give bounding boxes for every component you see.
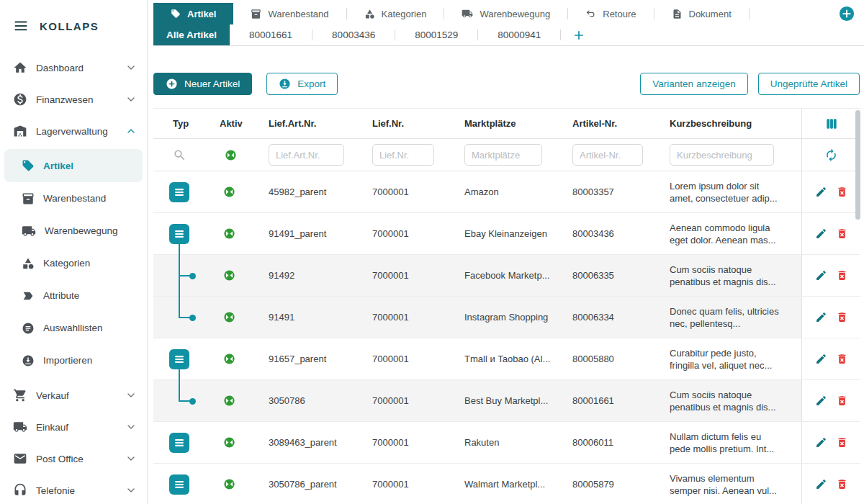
sidebar-item-telefonie[interactable]: Telefonie [0,474,147,504]
column-settings-icon[interactable] [824,117,839,131]
refresh-icon[interactable] [824,148,838,162]
sidebar-item-finanzwesen[interactable]: Finanzwesen [0,84,147,115]
sidebar-item-kategorien[interactable]: Kategorien [0,247,147,279]
edit-icon[interactable] [815,269,827,282]
sidebar-item-warenbestand[interactable]: Warenbestand [0,182,147,215]
sidebar-item-einkauf[interactable]: Einkauf [0,411,147,443]
unverified-articles-button[interactable]: Ungeprüfte Artikel [758,73,860,95]
subtab-alle-artikel[interactable]: Alle Artikel [153,24,230,45]
column-header-lief-nr[interactable]: Lief.Nr. [359,118,451,129]
export-button[interactable]: Export [266,73,338,95]
delete-icon[interactable] [836,436,848,449]
tab-warenbestand[interactable]: Warenbestand [233,3,346,24]
filter-input-kurzbeschreibung[interactable] [670,144,774,166]
cell-kurzbeschreibung: Donec quam felis, ultricies nec, pellent… [670,305,783,330]
delete-icon[interactable] [836,395,848,407]
delete-icon[interactable] [836,228,848,240]
tab-artikel[interactable]: Artikel [153,3,233,24]
sidebar: KOLLAPS Dashboard Finanzwesen Lagerverwa… [0,0,148,504]
subtab-label: Alle Artikel [166,30,217,40]
column-header-lief-art-nr[interactable]: Lief.Art.Nr. [256,118,359,129]
tab-kategorien[interactable]: Kategorien [347,3,444,24]
edit-icon[interactable] [815,478,827,490]
table-row[interactable]: 3089463_parent 7000001 Rakuten 80006011 … [153,422,860,464]
filter-input-lief-nr[interactable] [372,144,434,166]
sidebar-item-post-office[interactable]: Post Office [0,443,147,474]
table-row-child[interactable]: 3050786 7000001 Best Buy Marketpl... 800… [153,380,860,422]
sidebar-item-verkauf[interactable]: Verkauf [0,379,147,411]
main-tab-bar: Artikel Warenbestand Kategorien Warenbew… [153,3,750,24]
cell-kurzbeschreibung: Nullam dictum felis eu pede mollis preti… [670,431,783,455]
edit-icon[interactable] [815,353,827,365]
table-row[interactable]: 45982_parent 7000001 Amazon 80003357 Lor… [153,171,860,213]
filter-input-artikel-nr[interactable] [572,144,643,166]
tab-warenbewegung[interactable]: Warenbewegung [444,3,567,24]
expand-variants-button[interactable] [169,474,189,495]
sidebar-item-dashboard[interactable]: Dashboard [0,52,147,84]
sidebar-item-artikel[interactable]: Artikel [4,149,143,182]
active-toggle-icon[interactable] [225,149,237,161]
edit-icon[interactable] [815,311,827,323]
filter-actions [801,139,860,171]
edit-icon[interactable] [815,186,827,198]
sidebar-item-label: Kategorien [43,258,137,269]
table-filter-row [153,139,860,171]
add-tab-button[interactable] [839,6,855,22]
sidebar-item-attribute[interactable]: Attribute [0,279,147,312]
subtab-article-2[interactable]: 80003436 [312,24,395,45]
delete-icon[interactable] [836,478,848,490]
sidebar-item-warenbewegung[interactable]: Warenbewegung [0,215,147,247]
sidebar-item-label: Importieren [43,355,137,366]
column-header-typ[interactable]: Typ [153,118,205,129]
subtab-article-3[interactable]: 80001529 [395,24,477,45]
subtab-article-4[interactable]: 80000941 [478,24,560,45]
search-icon[interactable] [173,148,186,162]
table-row[interactable]: 91491_parent 7000001 Ebay Kleinanzeigen … [153,213,860,255]
cell-kurzbeschreibung: Cum sociis natoque penatibus et magnis d… [670,389,783,413]
tab-label: Retoure [603,9,636,19]
scrollbar-thumb[interactable] [855,110,860,220]
subtab-label: 80001529 [415,30,458,40]
edit-icon[interactable] [815,436,827,449]
table-row-child[interactable]: 91491 7000001 Instagram Shopping 8000633… [153,297,860,338]
tab-retoure[interactable]: Retoure [568,3,653,24]
edit-icon[interactable] [815,395,827,407]
delete-icon[interactable] [836,186,848,198]
filter-input-lief-art-nr[interactable] [269,144,344,166]
expand-variants-button[interactable] [169,182,189,202]
export-download-icon [279,78,291,90]
sidebar-item-importieren[interactable]: Importieren [0,344,147,377]
tab-dokument[interactable]: Dokument [654,3,749,24]
filter-typ [153,148,205,161]
sidebar-item-auswahllisten[interactable]: Auswahllisten [0,312,147,344]
tree-connector-line [179,369,180,402]
list-icon [171,184,187,200]
edit-icon[interactable] [815,228,827,240]
delete-icon[interactable] [836,311,848,323]
expand-variants-button[interactable] [169,433,189,453]
table-scrollbar[interactable] [855,109,861,504]
subtab-article-1[interactable]: 80001661 [230,24,312,45]
table-row[interactable]: 3050786_parent 7000001 Walmart Marketpl.… [153,464,860,504]
table-row[interactable]: 91657_parent 7000001 Tmall и Taobao (Al.… [153,338,860,380]
warehouse-icon [13,124,27,138]
cell-artikel-nr: 80006334 [559,312,657,323]
cell-artikel-nr: 80003357 [559,186,657,197]
delete-icon[interactable] [836,353,848,365]
column-header-marktplaetze[interactable]: Marktplätze [451,118,559,129]
expand-variants-button[interactable] [169,349,189,369]
sidebar-item-lagerverwaltung[interactable]: Lagerverwaltung [0,115,147,147]
delete-icon[interactable] [836,269,848,282]
column-header-aktiv[interactable]: Aktiv [205,118,256,129]
filter-input-marktplaetze[interactable] [464,144,542,166]
add-subtab-button[interactable] [561,24,597,45]
download-circle-icon [22,354,35,367]
column-header-artikel-nr[interactable]: Artikel-Nr. [559,118,657,129]
expand-variants-button[interactable] [169,224,189,244]
chevron-up-icon [125,125,137,137]
column-header-kurzbeschreibung[interactable]: Kurzbeschreibung [657,118,801,129]
hamburger-menu-icon[interactable] [13,18,29,34]
show-variants-button[interactable]: Varianten anzeigen [640,73,747,95]
new-article-button[interactable]: Neuer Artikel [153,73,252,95]
table-row-child[interactable]: 91492 7000001 Facebook Marketp... 800063… [153,255,860,297]
